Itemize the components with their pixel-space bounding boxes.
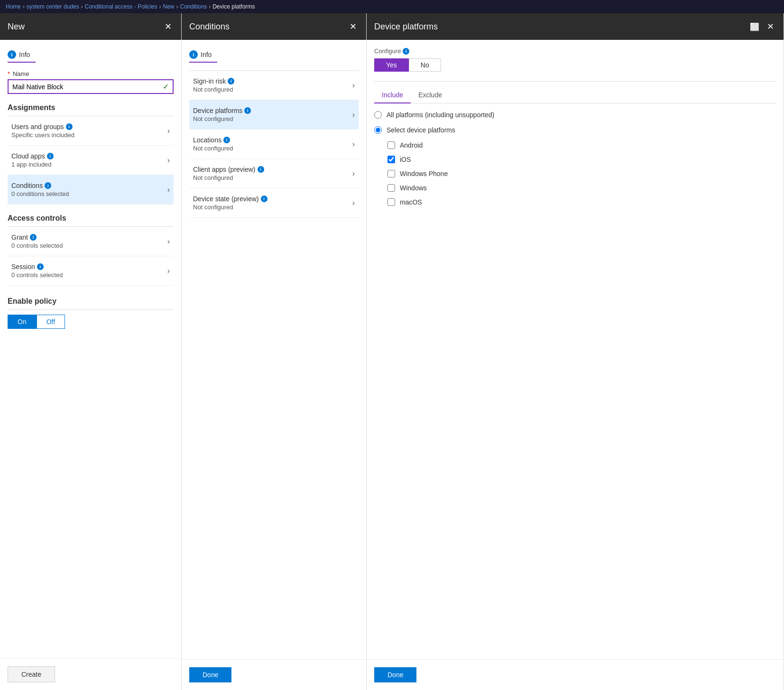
name-field-group: * Name ✓ xyxy=(8,70,174,94)
locations-chevron-icon: › xyxy=(352,140,355,149)
panel-conditions-close[interactable]: ✕ xyxy=(348,19,359,34)
breadcrumb-sep-4: › xyxy=(176,3,178,10)
android-checkbox[interactable] xyxy=(387,141,395,149)
breadcrumb: Home › system center dudes › Conditional… xyxy=(0,0,784,13)
panel-new-close[interactable]: ✕ xyxy=(163,19,174,34)
tab-row: Include Exclude xyxy=(374,87,776,103)
panel-device-platforms: Device platforms ⬜ ✕ Configure i Yes No xyxy=(367,13,784,690)
ios-label: iOS xyxy=(400,156,411,163)
panel-conditions-body: i Info Sign-in risk i Not configured › xyxy=(182,40,366,659)
tab-exclude[interactable]: Exclude xyxy=(411,87,450,103)
platform-windows: Windows xyxy=(387,184,776,192)
name-input[interactable] xyxy=(12,83,163,91)
all-platforms-option: All platforms (including unsupported) xyxy=(374,111,776,119)
panel-new-body: i Info * Name ✓ Assignments xyxy=(0,40,181,658)
breadcrumb-sep-3: › xyxy=(159,3,161,10)
users-chevron-icon: › xyxy=(167,127,170,135)
panel-right-body: Configure i Yes No Include Exclude All p… xyxy=(367,40,784,659)
device-platforms-done-button[interactable]: Done xyxy=(374,667,416,682)
breadcrumb-device-platforms: Device platforms xyxy=(212,3,255,10)
session-info-icon: i xyxy=(37,263,44,270)
nav-grant[interactable]: Grant i 0 controls selected › xyxy=(8,227,174,256)
breadcrumb-sep-2: › xyxy=(81,3,83,10)
enable-policy-row: On Off xyxy=(8,315,174,329)
nav-cloud-apps[interactable]: Cloud apps i 1 app included › xyxy=(8,146,174,175)
client-info-icon: i xyxy=(258,166,264,173)
nav-session[interactable]: Session i 0 controls selected › xyxy=(8,256,174,286)
windows-checkbox[interactable] xyxy=(387,184,395,192)
panel-right-footer: Done xyxy=(367,659,784,690)
breadcrumb-sep-1: › xyxy=(23,3,25,10)
maximize-button[interactable]: ⬜ xyxy=(748,20,761,33)
windows-phone-checkbox[interactable] xyxy=(387,170,395,177)
breadcrumb-conditions[interactable]: Conditions xyxy=(180,3,207,10)
client-chevron-icon: › xyxy=(352,169,355,178)
macos-checkbox[interactable] xyxy=(387,198,395,206)
divider-enable xyxy=(8,309,174,310)
select-platforms-option: Select device platforms xyxy=(374,126,776,134)
nav-locations-content: Locations i Not configured xyxy=(193,136,233,152)
nav-signin-risk[interactable]: Sign-in risk i Not configured › xyxy=(189,71,359,100)
panel-conditions-footer: Done xyxy=(182,659,366,690)
signin-chevron-icon: › xyxy=(352,81,355,90)
ios-checkbox[interactable] xyxy=(387,156,395,163)
yes-no-row: Yes No xyxy=(374,58,776,72)
nav-conditions-sub: 0 conditions selected xyxy=(11,190,69,197)
nav-cloud-title: Cloud apps i xyxy=(11,152,54,160)
toggle-off-btn[interactable]: Off xyxy=(37,315,65,329)
device-info-icon: i xyxy=(244,107,251,114)
platform-android: Android xyxy=(387,141,776,149)
toggle-on-btn[interactable]: On xyxy=(8,315,37,329)
all-platforms-radio[interactable] xyxy=(374,111,382,119)
grant-chevron-icon: › xyxy=(167,237,170,246)
enable-policy-heading: Enable policy xyxy=(8,297,174,306)
breadcrumb-new[interactable]: New xyxy=(163,3,174,10)
no-button[interactable]: No xyxy=(409,58,441,72)
nav-locations-title: Locations i xyxy=(193,136,233,144)
grant-info-icon: i xyxy=(30,234,37,241)
nav-device-platforms[interactable]: Device platforms i Not configured › xyxy=(189,100,359,130)
nav-users-groups[interactable]: Users and groups i Specific users includ… xyxy=(8,116,174,146)
configure-label: Configure i xyxy=(374,47,776,55)
nav-signin-title: Sign-in risk i xyxy=(193,77,234,85)
panel-new-footer: Create xyxy=(0,658,181,690)
nav-device-state-title: Device state (preview) i xyxy=(193,195,267,203)
locations-info-icon: i xyxy=(223,137,230,143)
conditions-info-icon: i xyxy=(45,182,51,189)
nav-users-content: Users and groups i Specific users includ… xyxy=(11,123,74,139)
breadcrumb-home[interactable]: Home xyxy=(6,3,21,10)
nav-client-apps[interactable]: Client apps (preview) i Not configured › xyxy=(189,159,359,188)
tab-include[interactable]: Include xyxy=(374,87,411,103)
nav-cloud-content: Cloud apps i 1 app included xyxy=(11,152,54,168)
nav-cloud-sub: 1 app included xyxy=(11,161,54,168)
nav-locations[interactable]: Locations i Not configured › xyxy=(189,130,359,159)
select-platforms-radio[interactable] xyxy=(374,126,382,134)
nav-device-state[interactable]: Device state (preview) i Not configured … xyxy=(189,188,359,218)
conditions-chevron-icon: › xyxy=(167,186,170,194)
nav-device-title: Device platforms i xyxy=(193,107,251,114)
breadcrumb-scd[interactable]: system center dudes xyxy=(27,3,79,10)
create-button[interactable]: Create xyxy=(8,666,55,682)
nav-device-sub: Not configured xyxy=(193,115,251,122)
breadcrumb-cap[interactable]: Conditional access - Policies xyxy=(85,3,157,10)
nav-signin-sub: Not configured xyxy=(193,86,234,93)
nav-conditions-title: Conditions i xyxy=(11,182,69,189)
windows-label: Windows xyxy=(400,184,427,192)
required-star: * xyxy=(8,70,10,77)
nav-session-sub: 0 controls selected xyxy=(11,271,63,279)
configure-label-row: Configure i xyxy=(374,47,776,55)
yes-button[interactable]: Yes xyxy=(374,58,409,72)
info-tab-left[interactable]: i Info xyxy=(8,47,36,63)
nav-conditions[interactable]: Conditions i 0 conditions selected › xyxy=(8,175,174,205)
panel-conditions-header: Conditions ✕ xyxy=(182,13,366,40)
platform-ios: iOS xyxy=(387,156,776,163)
conditions-done-button[interactable]: Done xyxy=(189,667,231,682)
panel-conditions-title: Conditions xyxy=(189,22,230,32)
nav-conditions-content: Conditions i 0 conditions selected xyxy=(11,182,69,197)
info-tab-middle[interactable]: i Info xyxy=(189,47,217,63)
divider-right-top xyxy=(374,81,776,82)
breadcrumb-sep-5: › xyxy=(209,3,211,10)
panel-right-close[interactable]: ✕ xyxy=(765,19,776,34)
name-field-label: * Name xyxy=(8,70,174,77)
configure-info-icon: i xyxy=(403,48,409,55)
